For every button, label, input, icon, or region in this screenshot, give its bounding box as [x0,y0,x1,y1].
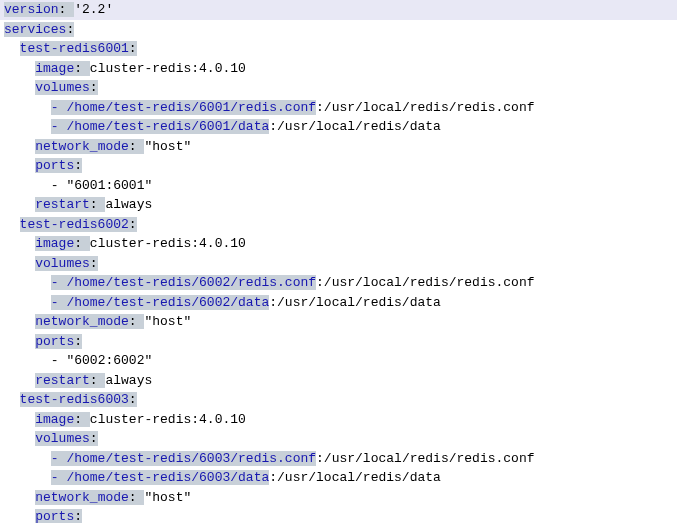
restart1-value: always [105,197,152,212]
vol2-2-b: :/usr/local/redis/data [269,295,441,310]
yaml-line-volumes3: volumes: [0,429,677,449]
vol1-1-b: :/usr/local/redis/redis.conf [316,100,534,115]
yaml-line-vol3-1: - /home/test-redis/6003/redis.conf:/usr/… [0,449,677,469]
yaml-line-vol1-2: - /home/test-redis/6001/data:/usr/local/… [0,117,677,137]
yaml-line-vol1-1: - /home/test-redis/6001/redis.conf:/usr/… [0,98,677,118]
key-network-mode: network_mode [35,139,129,154]
yaml-line-port2: - "6002:6002" [0,351,677,371]
yaml-line-image1: image: cluster-redis:4.0.10 [0,59,677,79]
port1-value: "6001:6001" [66,178,152,193]
image-sep: : [74,412,90,427]
yaml-line-vol2-1: - /home/test-redis/6002/redis.conf:/usr/… [0,273,677,293]
yaml-line-volumes1: volumes: [0,78,677,98]
image-sep: : [74,61,90,76]
yaml-line-version: version: '2.2' [0,0,677,20]
service1-name: test-redis6001 [20,41,129,56]
key-image: image [35,61,74,76]
vol3-1-b: :/usr/local/redis/redis.conf [316,451,534,466]
yaml-line-service2: test-redis6002: [0,215,677,235]
yaml-line-ports2: ports: [0,332,677,352]
key-ports: ports [35,509,74,523]
ports-colon: : [74,158,82,173]
vol2-1-a: - /home/test-redis/6002/redis.conf [51,275,316,290]
volumes-colon: : [90,256,98,271]
key-services: services [4,22,66,37]
vol3-1-a: - /home/test-redis/6003/redis.conf [51,451,316,466]
key-restart: restart [35,373,90,388]
yaml-line-services: services: [0,20,677,40]
yaml-line-restart1: restart: always [0,195,677,215]
netmode-sep: : [129,139,145,154]
restart2-value: always [105,373,152,388]
yaml-line-restart2: restart: always [0,371,677,391]
key-network-mode: network_mode [35,490,129,505]
key-ports: ports [35,158,74,173]
volumes-colon: : [90,431,98,446]
vol2-1-b: :/usr/local/redis/redis.conf [316,275,534,290]
netmode1-value: "host" [144,139,191,154]
yaml-line-vol3-2: - /home/test-redis/6003/data:/usr/local/… [0,468,677,488]
key-image: image [35,412,74,427]
vol3-2-b: :/usr/local/redis/data [269,470,441,485]
yaml-line-ports1: ports: [0,156,677,176]
key-volumes: volumes [35,431,90,446]
image-sep: : [74,236,90,251]
key-version: version [4,2,59,17]
vol2-2-a: - /home/test-redis/6002/data [51,295,269,310]
vol1-2-a: - /home/test-redis/6001/data [51,119,269,134]
service3-colon: : [129,392,137,407]
image2-value: cluster-redis:4.0.10 [90,236,246,251]
version-value: '2.2' [74,2,113,17]
key-volumes: volumes [35,256,90,271]
service2-name: test-redis6002 [20,217,129,232]
vol1-2-b: :/usr/local/redis/data [269,119,441,134]
key-restart: restart [35,197,90,212]
version-sep: : [59,2,75,17]
key-image: image [35,236,74,251]
key-network-mode: network_mode [35,314,129,329]
netmode2-value: "host" [144,314,191,329]
yaml-line-service3: test-redis6003: [0,390,677,410]
netmode3-value: "host" [144,490,191,505]
restart-sep: : [90,197,106,212]
yaml-line-netmode3: network_mode: "host" [0,488,677,508]
ports-colon: : [74,334,82,349]
yaml-line-volumes2: volumes: [0,254,677,274]
restart-sep: : [90,373,106,388]
yaml-line-netmode2: network_mode: "host" [0,312,677,332]
service1-colon: : [129,41,137,56]
volumes-colon: : [90,80,98,95]
yaml-line-image3: image: cluster-redis:4.0.10 [0,410,677,430]
image1-value: cluster-redis:4.0.10 [90,61,246,76]
service2-colon: : [129,217,137,232]
yaml-line-image2: image: cluster-redis:4.0.10 [0,234,677,254]
services-colon: : [66,22,74,37]
key-ports: ports [35,334,74,349]
image3-value: cluster-redis:4.0.10 [90,412,246,427]
yaml-line-ports3: ports: [0,507,677,523]
vol1-1-a: - /home/test-redis/6001/redis.conf [51,100,316,115]
ports-colon: : [74,509,82,523]
service3-name: test-redis6003 [20,392,129,407]
port2-value: "6002:6002" [66,353,152,368]
netmode-sep: : [129,314,145,329]
yaml-line-port1: - "6001:6001" [0,176,677,196]
yaml-line-vol2-2: - /home/test-redis/6002/data:/usr/local/… [0,293,677,313]
netmode-sep: : [129,490,145,505]
yaml-line-netmode1: network_mode: "host" [0,137,677,157]
vol3-2-a: - /home/test-redis/6003/data [51,470,269,485]
key-volumes: volumes [35,80,90,95]
yaml-line-service1: test-redis6001: [0,39,677,59]
